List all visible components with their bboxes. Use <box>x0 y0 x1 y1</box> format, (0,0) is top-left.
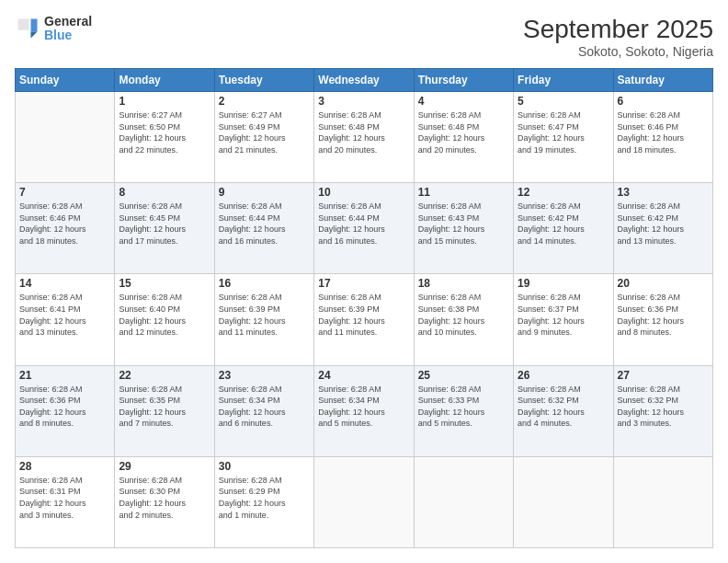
day-info: Sunrise: 6:28 AM Sunset: 6:32 PM Dayligh… <box>518 384 609 430</box>
svg-marker-1 <box>31 32 38 39</box>
day-info: Sunrise: 6:28 AM Sunset: 6:40 PM Dayligh… <box>119 292 210 338</box>
day-number: 16 <box>219 277 310 290</box>
calendar-week-row: 21Sunrise: 6:28 AM Sunset: 6:36 PM Dayli… <box>16 365 713 456</box>
calendar-weekday-saturday: Saturday <box>613 69 712 92</box>
page: General Blue September 2025 Sokoto, Soko… <box>0 0 728 563</box>
day-info: Sunrise: 6:28 AM Sunset: 6:42 PM Dayligh… <box>618 201 709 247</box>
calendar-day-cell: 28Sunrise: 6:28 AM Sunset: 6:31 PM Dayli… <box>16 456 115 547</box>
calendar-day-cell: 23Sunrise: 6:28 AM Sunset: 6:34 PM Dayli… <box>214 365 313 456</box>
day-info: Sunrise: 6:28 AM Sunset: 6:45 PM Dayligh… <box>119 201 210 247</box>
day-info: Sunrise: 6:28 AM Sunset: 6:42 PM Dayligh… <box>518 201 609 247</box>
calendar-week-row: 7Sunrise: 6:28 AM Sunset: 6:46 PM Daylig… <box>16 183 713 274</box>
calendar-day-cell: 1Sunrise: 6:27 AM Sunset: 6:50 PM Daylig… <box>115 92 214 183</box>
calendar-day-cell: 22Sunrise: 6:28 AM Sunset: 6:35 PM Dayli… <box>115 365 214 456</box>
calendar-day-cell: 24Sunrise: 6:28 AM Sunset: 6:34 PM Dayli… <box>314 365 414 456</box>
day-info: Sunrise: 6:28 AM Sunset: 6:36 PM Dayligh… <box>19 384 110 430</box>
calendar-day-cell: 8Sunrise: 6:28 AM Sunset: 6:45 PM Daylig… <box>115 183 214 274</box>
calendar-day-cell: 3Sunrise: 6:28 AM Sunset: 6:48 PM Daylig… <box>314 92 414 183</box>
day-number: 18 <box>418 277 509 290</box>
day-number: 26 <box>518 369 609 382</box>
day-info: Sunrise: 6:28 AM Sunset: 6:34 PM Dayligh… <box>318 384 409 430</box>
day-number: 19 <box>518 277 609 290</box>
calendar-header-row: SundayMondayTuesdayWednesdayThursdayFrid… <box>16 69 713 92</box>
header: General Blue September 2025 Sokoto, Soko… <box>15 15 713 59</box>
day-info: Sunrise: 6:28 AM Sunset: 6:46 PM Dayligh… <box>618 109 709 155</box>
day-info: Sunrise: 6:28 AM Sunset: 6:34 PM Dayligh… <box>219 384 310 430</box>
day-number: 25 <box>418 369 509 382</box>
day-number: 1 <box>119 95 210 108</box>
calendar-day-cell: 18Sunrise: 6:28 AM Sunset: 6:38 PM Dayli… <box>414 274 513 365</box>
calendar-week-row: 14Sunrise: 6:28 AM Sunset: 6:41 PM Dayli… <box>16 274 713 365</box>
day-info: Sunrise: 6:27 AM Sunset: 6:50 PM Dayligh… <box>119 109 210 155</box>
day-info: Sunrise: 6:28 AM Sunset: 6:29 PM Dayligh… <box>219 475 310 521</box>
logo-icon <box>15 16 40 41</box>
day-number: 7 <box>19 186 110 199</box>
calendar-day-cell: 27Sunrise: 6:28 AM Sunset: 6:32 PM Dayli… <box>613 365 712 456</box>
logo: General Blue <box>15 15 92 43</box>
day-info: Sunrise: 6:28 AM Sunset: 6:30 PM Dayligh… <box>119 475 210 521</box>
calendar-day-cell: 12Sunrise: 6:28 AM Sunset: 6:42 PM Dayli… <box>514 183 613 274</box>
day-number: 28 <box>19 460 110 473</box>
day-info: Sunrise: 6:28 AM Sunset: 6:43 PM Dayligh… <box>418 201 509 247</box>
calendar-weekday-tuesday: Tuesday <box>214 69 313 92</box>
calendar-weekday-sunday: Sunday <box>16 69 115 92</box>
calendar-day-cell: 20Sunrise: 6:28 AM Sunset: 6:36 PM Dayli… <box>613 274 712 365</box>
svg-marker-0 <box>31 19 38 32</box>
calendar-day-cell: 17Sunrise: 6:28 AM Sunset: 6:39 PM Dayli… <box>314 274 414 365</box>
calendar-day-cell <box>314 456 414 547</box>
day-number: 29 <box>119 460 210 473</box>
day-number: 13 <box>618 186 709 199</box>
day-number: 4 <box>418 95 509 108</box>
day-info: Sunrise: 6:28 AM Sunset: 6:47 PM Dayligh… <box>518 109 609 155</box>
day-number: 3 <box>318 95 409 108</box>
day-number: 22 <box>119 369 210 382</box>
day-info: Sunrise: 6:28 AM Sunset: 6:39 PM Dayligh… <box>318 292 409 338</box>
calendar-day-cell: 25Sunrise: 6:28 AM Sunset: 6:33 PM Dayli… <box>414 365 513 456</box>
day-info: Sunrise: 6:28 AM Sunset: 6:32 PM Dayligh… <box>618 384 709 430</box>
day-info: Sunrise: 6:28 AM Sunset: 6:33 PM Dayligh… <box>418 384 509 430</box>
day-number: 2 <box>219 95 310 108</box>
day-number: 14 <box>19 277 110 290</box>
svg-rect-2 <box>18 19 29 30</box>
day-number: 9 <box>219 186 310 199</box>
day-number: 30 <box>219 460 310 473</box>
calendar-day-cell: 5Sunrise: 6:28 AM Sunset: 6:47 PM Daylig… <box>514 92 613 183</box>
day-info: Sunrise: 6:28 AM Sunset: 6:37 PM Dayligh… <box>518 292 609 338</box>
calendar-week-row: 28Sunrise: 6:28 AM Sunset: 6:31 PM Dayli… <box>16 456 713 547</box>
day-info: Sunrise: 6:27 AM Sunset: 6:49 PM Dayligh… <box>219 109 310 155</box>
calendar-day-cell: 19Sunrise: 6:28 AM Sunset: 6:37 PM Dayli… <box>514 274 613 365</box>
calendar-day-cell: 14Sunrise: 6:28 AM Sunset: 6:41 PM Dayli… <box>16 274 115 365</box>
calendar-day-cell: 26Sunrise: 6:28 AM Sunset: 6:32 PM Dayli… <box>514 365 613 456</box>
calendar-day-cell: 2Sunrise: 6:27 AM Sunset: 6:49 PM Daylig… <box>214 92 313 183</box>
day-info: Sunrise: 6:28 AM Sunset: 6:46 PM Dayligh… <box>19 201 110 247</box>
calendar-weekday-wednesday: Wednesday <box>314 69 414 92</box>
calendar-day-cell <box>414 456 513 547</box>
day-number: 8 <box>119 186 210 199</box>
day-info: Sunrise: 6:28 AM Sunset: 6:44 PM Dayligh… <box>318 201 409 247</box>
logo-line1: General <box>44 15 92 29</box>
calendar-day-cell <box>514 456 613 547</box>
day-number: 23 <box>219 369 310 382</box>
calendar-day-cell: 30Sunrise: 6:28 AM Sunset: 6:29 PM Dayli… <box>214 456 313 547</box>
calendar-table: SundayMondayTuesdayWednesdayThursdayFrid… <box>15 68 713 548</box>
calendar-day-cell: 10Sunrise: 6:28 AM Sunset: 6:44 PM Dayli… <box>314 183 414 274</box>
day-info: Sunrise: 6:28 AM Sunset: 6:39 PM Dayligh… <box>219 292 310 338</box>
calendar-day-cell <box>613 456 712 547</box>
calendar-week-row: 1Sunrise: 6:27 AM Sunset: 6:50 PM Daylig… <box>16 92 713 183</box>
day-info: Sunrise: 6:28 AM Sunset: 6:48 PM Dayligh… <box>418 109 509 155</box>
calendar-day-cell <box>16 92 115 183</box>
day-info: Sunrise: 6:28 AM Sunset: 6:48 PM Dayligh… <box>318 109 409 155</box>
calendar-day-cell: 29Sunrise: 6:28 AM Sunset: 6:30 PM Dayli… <box>115 456 214 547</box>
day-info: Sunrise: 6:28 AM Sunset: 6:44 PM Dayligh… <box>219 201 310 247</box>
page-subtitle: Sokoto, Sokoto, Nigeria <box>523 44 713 59</box>
day-number: 21 <box>19 369 110 382</box>
calendar-day-cell: 13Sunrise: 6:28 AM Sunset: 6:42 PM Dayli… <box>613 183 712 274</box>
calendar-day-cell: 15Sunrise: 6:28 AM Sunset: 6:40 PM Dayli… <box>115 274 214 365</box>
calendar-day-cell: 6Sunrise: 6:28 AM Sunset: 6:46 PM Daylig… <box>613 92 712 183</box>
day-number: 10 <box>318 186 409 199</box>
day-number: 24 <box>318 369 409 382</box>
calendar-weekday-thursday: Thursday <box>414 69 513 92</box>
calendar-day-cell: 4Sunrise: 6:28 AM Sunset: 6:48 PM Daylig… <box>414 92 513 183</box>
day-info: Sunrise: 6:28 AM Sunset: 6:31 PM Dayligh… <box>19 475 110 521</box>
day-info: Sunrise: 6:28 AM Sunset: 6:36 PM Dayligh… <box>618 292 709 338</box>
